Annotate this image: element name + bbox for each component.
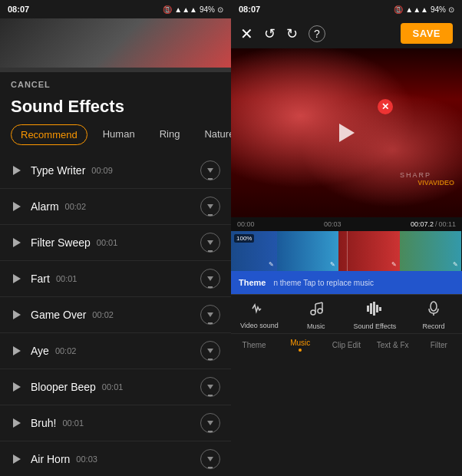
timeline-total: 00:11 [438, 220, 456, 228]
nav-filter[interactable]: Filter [421, 341, 457, 349]
sound-info: Air Horn 00:03 [31, 453, 200, 465]
undo-icon[interactable]: ↺ [264, 25, 276, 42]
tool-music[interactable]: Music [297, 301, 335, 330]
sound-info: Bruh! 00:01 [31, 417, 200, 429]
theme-bar: Theme n theme Tap to replace music [231, 271, 462, 294]
status-icons-left: 📵 ▲▲▲ 94% ⊙ [163, 5, 223, 14]
download-button[interactable] [200, 449, 220, 469]
progress-bar [0, 70, 116, 72]
download-button[interactable] [200, 413, 220, 433]
sound-duration: 00:01 [97, 238, 118, 247]
nav-music[interactable]: Music [282, 339, 318, 352]
sound-name: Fart [31, 273, 50, 285]
tool-label-music: Music [307, 322, 325, 330]
edit-icon: ✎ [391, 261, 397, 268]
tool-label-sound-effects: Sound Effects [353, 322, 396, 330]
svg-rect-7 [373, 302, 375, 316]
video-strip-4[interactable]: ✎ [400, 231, 461, 271]
remove-badge[interactable]: ✕ [378, 99, 393, 114]
save-button[interactable]: SAVE [401, 23, 453, 44]
nav-label-filter: Filter [431, 341, 447, 349]
list-item[interactable]: Blooper Beep 00:01 [0, 369, 231, 405]
play-icon[interactable] [11, 381, 23, 393]
svg-point-0 [311, 310, 315, 315]
bottom-nav: Theme Music Clip Edit Text & Fx Filter [231, 333, 462, 358]
tab-human[interactable]: Human [94, 124, 144, 145]
vivavideo-watermark: VIVAVIDEO [417, 179, 454, 187]
video-strips: 100% ✎ ✎ ✎ ✎ [231, 231, 462, 271]
timeline-current: 00:07.2 [411, 220, 434, 228]
wifi-icon: ▲▲▲ [174, 5, 197, 14]
charge-icon-r: ⊙ [448, 5, 454, 14]
tool-sound-effects[interactable]: Sound Effects [353, 301, 396, 330]
play-icon[interactable] [11, 453, 23, 465]
nav-label-music: Music [290, 339, 310, 347]
nav-theme[interactable]: Theme [236, 341, 272, 349]
tab-ring[interactable]: Ring [150, 124, 190, 145]
sound-name: Bruh! [31, 417, 56, 429]
wifi-icon-r: ▲▲▲ [405, 5, 428, 14]
edit-icon: ✎ [269, 261, 274, 268]
tool-label-record: Record [423, 322, 445, 330]
list-item[interactable]: Game Over 00:02 [0, 297, 231, 333]
list-item[interactable]: Aye 00:02 [0, 333, 231, 369]
download-button[interactable] [200, 197, 220, 217]
play-icon[interactable] [11, 200, 23, 213]
music-icon [309, 301, 324, 320]
play-icon[interactable] [11, 309, 23, 321]
video-thumbnail-left [0, 18, 231, 72]
nav-clip-edit[interactable]: Clip Edit [328, 341, 364, 349]
list-item[interactable]: Filter Sweep 00:01 [0, 225, 231, 261]
video-strip-3[interactable]: ✎ [338, 231, 400, 271]
video-editor-panel: 08:07 📵 ▲▲▲ 94% ⊙ ✕ ↺ ↻ ? SAVE SHARP VIV… [231, 0, 462, 476]
video-strip-2[interactable]: ✎ [277, 231, 338, 271]
edit-icon: ✎ [453, 261, 458, 268]
play-icon[interactable] [11, 417, 23, 429]
tool-video-sound[interactable]: Video sound [240, 302, 279, 329]
sound-effects-icon [366, 301, 383, 320]
sound-info: Blooper Beep 00:01 [31, 381, 200, 393]
bottom-tools: Video sound Music [231, 294, 462, 333]
play-icon[interactable] [11, 164, 23, 177]
help-icon[interactable]: ? [309, 25, 325, 42]
play-icon[interactable] [11, 345, 23, 357]
list-item[interactable]: Air Horn 00:03 [0, 441, 231, 476]
theme-text: n theme Tap to replace music [273, 279, 373, 287]
sound-info: Aye 00:02 [31, 345, 200, 357]
list-item[interactable]: Type Writer 00:09 [0, 153, 231, 189]
tool-label-video-sound: Video sound [240, 322, 279, 329]
battery-icon-r: 94% [431, 5, 446, 14]
theme-label: Theme [239, 278, 266, 287]
close-icon[interactable]: ✕ [240, 25, 253, 43]
redo-icon[interactable]: ↻ [286, 25, 298, 42]
svg-rect-6 [370, 303, 372, 314]
sound-name: Game Over [31, 309, 86, 321]
play-icon[interactable] [11, 273, 23, 285]
tool-record[interactable]: Record [414, 301, 453, 330]
sound-info: Game Over 00:02 [31, 309, 200, 321]
time-right: 08:07 [239, 5, 260, 14]
video-strip-1[interactable]: 100% ✎ [231, 231, 277, 271]
download-button[interactable] [200, 305, 220, 325]
tab-nature[interactable]: Nature [195, 124, 231, 145]
top-controls-left: ✕ ↺ ↻ ? [240, 25, 325, 43]
status-bar-left: 08:07 📵 ▲▲▲ 94% ⊙ [0, 0, 231, 18]
list-item[interactable]: Bruh! 00:01 [0, 405, 231, 441]
sound-duration: 00:01 [56, 274, 78, 283]
page-title: Sound Effects [0, 94, 231, 124]
cancel-button[interactable]: CANCEL [0, 72, 231, 94]
download-button[interactable] [200, 341, 220, 361]
sound-info: Fart 00:01 [31, 273, 200, 285]
download-button[interactable] [200, 377, 220, 397]
nav-text-fx[interactable]: Text & Fx [375, 341, 411, 349]
play-button[interactable] [333, 119, 361, 147]
list-item[interactable]: Alarm 00:02 [0, 189, 231, 225]
play-icon[interactable] [11, 236, 23, 249]
sound-duration: 00:01 [62, 418, 84, 428]
list-item[interactable]: Fart 00:01 [0, 261, 231, 297]
tab-recommend[interactable]: Recommend [11, 124, 87, 145]
download-button[interactable] [200, 160, 220, 180]
status-bar-right: 08:07 📵 ▲▲▲ 94% ⊙ [231, 0, 462, 18]
download-button[interactable] [200, 269, 220, 289]
download-button[interactable] [200, 233, 220, 253]
